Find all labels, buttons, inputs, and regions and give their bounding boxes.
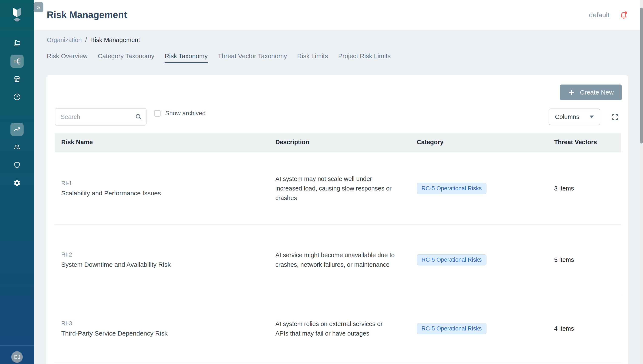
sidebar-item-help[interactable]: ? bbox=[11, 90, 24, 104]
threat-vectors-count: 5 items bbox=[554, 256, 621, 263]
columns-dropdown[interactable]: Columns bbox=[549, 108, 600, 125]
category-chip: RC-5 Operational Risks bbox=[417, 183, 487, 194]
column-header-threat-vectors: Threat Vectors bbox=[554, 139, 621, 146]
column-header-risk-name: Risk Name bbox=[61, 139, 275, 146]
breadcrumb-organization-link[interactable]: Organization bbox=[47, 36, 82, 44]
table-row[interactable]: RI-3 Third-Party Service Dependency Risk… bbox=[55, 295, 621, 362]
risk-code: RI-1 bbox=[61, 180, 275, 187]
table-row[interactable]: RI-1 Scalability and Performance Issues … bbox=[55, 152, 621, 225]
table-row[interactable]: RI-2 System Downtime and Availability Ri… bbox=[55, 225, 621, 295]
sidebar-item-taxonomy[interactable] bbox=[11, 54, 24, 68]
risk-description: AI system relies on external services or… bbox=[275, 319, 403, 338]
page-scrollbar-thumb[interactable] bbox=[640, 8, 643, 144]
risk-description: AI service might become unavailable due … bbox=[275, 250, 403, 270]
gear-icon bbox=[13, 179, 21, 187]
search-box bbox=[55, 108, 146, 126]
app-logo bbox=[0, 0, 34, 30]
tab-threat-vector-taxonomy[interactable]: Threat Vector Taxonomy bbox=[218, 52, 287, 63]
folder-stack-icon bbox=[13, 40, 21, 47]
breadcrumb: Organization / Risk Management bbox=[47, 36, 643, 44]
chevron-down-icon bbox=[590, 116, 594, 118]
user-avatar[interactable]: CJ bbox=[11, 351, 23, 363]
table-body: RI-1 Scalability and Performance Issues … bbox=[55, 152, 621, 362]
risk-code: RI-2 bbox=[61, 252, 275, 258]
notification-dot bbox=[624, 12, 627, 14]
help-icon: ? bbox=[13, 93, 21, 101]
category-chip: RC-5 Operational Risks bbox=[417, 254, 487, 266]
show-archived-label[interactable]: Show archived bbox=[165, 110, 206, 117]
risk-code: RI-3 bbox=[61, 320, 275, 327]
sidebar-collapse-button[interactable]: » bbox=[34, 2, 43, 12]
risk-name: Scalability and Performance Issues bbox=[61, 190, 275, 197]
risk-name: Third-Party Service Dependency Risk bbox=[61, 330, 275, 337]
category-chip: RC-5 Operational Risks bbox=[417, 323, 487, 334]
plus-icon bbox=[568, 89, 575, 96]
fullscreen-icon[interactable] bbox=[611, 113, 619, 121]
cube-logo-icon bbox=[10, 6, 24, 23]
tab-project-risk-limits[interactable]: Project Risk Limits bbox=[338, 52, 391, 63]
environment-selector[interactable]: default bbox=[589, 11, 609, 19]
columns-label: Columns bbox=[555, 114, 579, 120]
breadcrumb-current: Risk Management bbox=[90, 36, 140, 44]
column-header-category: Category bbox=[417, 139, 554, 146]
sidebar-item-team[interactable] bbox=[11, 140, 24, 154]
notification-bell-icon[interactable] bbox=[619, 10, 628, 19]
show-archived-checkbox[interactable] bbox=[154, 110, 160, 116]
breadcrumb-separator: / bbox=[85, 36, 87, 44]
main-content: Organization / Risk Management Risk Over… bbox=[34, 30, 643, 364]
create-new-label: Create New bbox=[580, 89, 614, 96]
top-header: Risk Management default bbox=[34, 0, 643, 30]
tab-risk-taxonomy[interactable]: Risk Taxonomy bbox=[165, 52, 208, 63]
sidebar-item-marketplace[interactable] bbox=[11, 72, 24, 86]
people-icon bbox=[13, 143, 21, 151]
sidebar-item-metrics[interactable] bbox=[11, 123, 24, 136]
sidebar-item-projects[interactable] bbox=[11, 37, 24, 50]
tab-category-taxonomy[interactable]: Category Taxonomy bbox=[98, 52, 154, 63]
svg-text:?: ? bbox=[16, 95, 18, 99]
sidebar: ? bbox=[0, 0, 34, 364]
search-icon bbox=[135, 113, 142, 120]
page-title: Risk Management bbox=[47, 10, 127, 20]
risk-description: AI system may not scale well under incre… bbox=[275, 174, 403, 203]
tab-bar: Risk Overview Category Taxonomy Risk Tax… bbox=[47, 52, 643, 63]
storefront-icon bbox=[13, 75, 21, 83]
trending-up-icon bbox=[13, 126, 21, 133]
schema-icon bbox=[13, 57, 21, 65]
create-new-button[interactable]: Create New bbox=[560, 84, 622, 100]
tab-risk-overview[interactable]: Risk Overview bbox=[47, 52, 88, 63]
sidebar-item-security[interactable] bbox=[11, 158, 24, 172]
sidebar-divider bbox=[0, 346, 34, 346]
page-scrollbar-track[interactable] bbox=[639, 0, 643, 364]
risk-taxonomy-panel: Create New Show archived Columns Risk Na… bbox=[46, 75, 628, 364]
column-header-description: Description bbox=[275, 139, 417, 146]
threat-vectors-count: 3 items bbox=[554, 185, 621, 192]
search-input[interactable] bbox=[55, 108, 146, 126]
table-header-row: Risk Name Description Category Threat Ve… bbox=[55, 133, 621, 152]
shield-icon bbox=[13, 161, 21, 169]
sidebar-item-settings[interactable] bbox=[11, 176, 24, 190]
risk-name: System Downtime and Availability Risk bbox=[61, 261, 275, 268]
threat-vectors-count: 4 items bbox=[554, 325, 621, 332]
tab-risk-limits[interactable]: Risk Limits bbox=[297, 52, 328, 63]
